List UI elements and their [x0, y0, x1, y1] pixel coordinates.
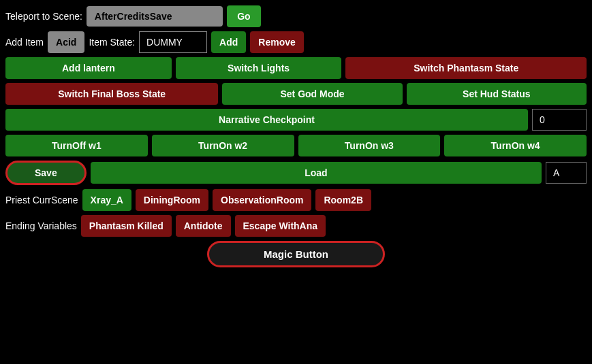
turnon-w3-button[interactable]: TurnOn w3 — [298, 135, 441, 156]
switch-phantasm-button[interactable]: Switch Phantasm State — [345, 57, 587, 79]
add-button[interactable]: Add — [211, 31, 246, 53]
add-item-label: Add Item — [5, 37, 44, 48]
go-button[interactable]: Go — [227, 5, 261, 27]
observation-room-button[interactable]: ObservationRoom — [213, 189, 311, 211]
priest-row: Priest CurrScene Xray_A DiningRoom Obser… — [5, 189, 587, 211]
turnon-w4-button[interactable]: TurnOn w4 — [444, 135, 587, 156]
xray-a-button[interactable]: Xray_A — [82, 189, 131, 211]
priest-label: Priest CurrScene — [5, 195, 78, 205]
teleport-row: Teleport to Scene: Go — [5, 5, 587, 27]
add-lantern-button[interactable]: Add lantern — [5, 57, 172, 79]
ending-label: Ending Variables — [5, 220, 77, 231]
escape-with-ana-button[interactable]: Escape WithAna — [235, 215, 326, 237]
magic-button[interactable]: Magic Button — [207, 241, 385, 267]
teleport-label: Teleport to Scene: — [5, 11, 82, 22]
boss-row: Switch Final Boss State Set God Mode Set… — [5, 83, 587, 105]
turnoff-w1-button[interactable]: TurnOff w1 — [5, 135, 148, 156]
acid-button[interactable]: Acid — [48, 31, 84, 53]
switch-lights-button[interactable]: Switch Lights — [176, 57, 342, 79]
add-item-row: Add Item Acid Item State: Add Remove — [5, 31, 587, 53]
switch-final-boss-button[interactable]: Switch Final Boss State — [5, 83, 218, 105]
remove-button[interactable]: Remove — [250, 31, 303, 53]
dining-room-button[interactable]: DiningRoom — [136, 189, 208, 211]
antidote-button[interactable]: Antidote — [176, 215, 231, 237]
turnon-row: TurnOff w1 TurnOn w2 TurnOn w3 TurnOn w4 — [5, 135, 587, 156]
narrative-checkpoint-button[interactable]: Narrative Checkpoint — [5, 109, 528, 131]
narrative-input[interactable] — [532, 109, 587, 131]
lights-row: Add lantern Switch Lights Switch Phantas… — [5, 57, 587, 79]
narrative-row: Narrative Checkpoint — [5, 109, 587, 131]
save-button[interactable]: Save — [5, 161, 87, 185]
load-button[interactable]: Load — [91, 162, 542, 184]
magic-row: Magic Button — [5, 241, 587, 267]
item-state-input[interactable] — [139, 31, 207, 53]
ending-row: Ending Variables Phantasm Killed Antidot… — [5, 215, 587, 237]
room2b-button[interactable]: Room2B — [315, 189, 371, 211]
set-god-mode-button[interactable]: Set God Mode — [222, 83, 402, 105]
set-hud-status-button[interactable]: Set Hud Status — [407, 83, 587, 105]
item-state-label: Item State: — [89, 37, 135, 48]
scene-input[interactable] — [87, 6, 223, 27]
save-load-row: Save Load — [5, 161, 587, 185]
load-input[interactable] — [546, 162, 587, 184]
phantasm-killed-button[interactable]: Phantasm Killed — [81, 215, 172, 237]
turnon-w2-button[interactable]: TurnOn w2 — [152, 135, 294, 156]
